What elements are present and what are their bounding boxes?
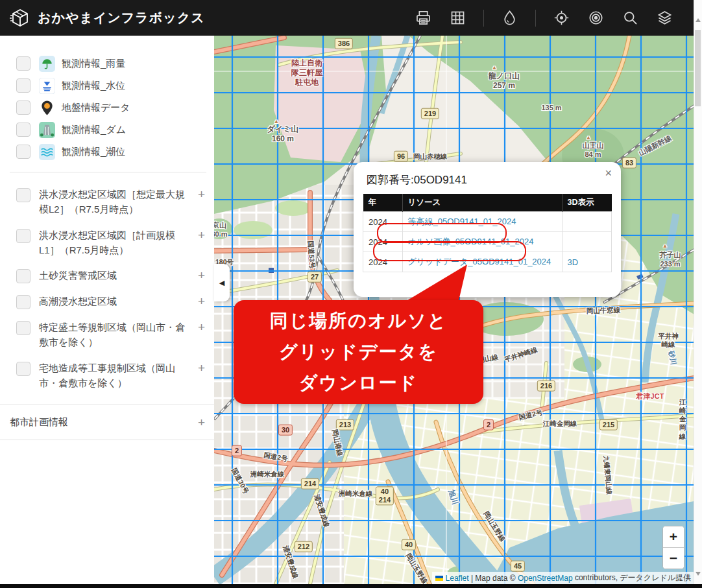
droplet-icon[interactable] xyxy=(501,9,518,27)
layer-checkbox[interactable] xyxy=(16,321,30,335)
toolbar-separator xyxy=(483,10,484,27)
view3d-cell xyxy=(562,212,612,232)
view3d-link[interactable]: 3D xyxy=(568,257,579,267)
search-icon[interactable] xyxy=(622,9,639,27)
section-label: 都市計画情報 xyxy=(10,416,193,429)
layer-row: 観測情報_潮位 xyxy=(16,141,205,163)
section-toshikeikaku[interactable]: 都市計画情報 + xyxy=(0,405,214,440)
app-logo-cube-icon xyxy=(9,7,31,29)
target-icon[interactable] xyxy=(587,9,605,27)
layer-label: 地盤情報データ xyxy=(62,102,130,114)
resource-cell: 等高線_05OD9141_01_2024 xyxy=(402,212,562,232)
layer-label: 観測情報_雨量 xyxy=(62,58,125,70)
scrollbar-up-arrow-icon[interactable] xyxy=(696,18,701,22)
layer-checkbox[interactable] xyxy=(16,78,30,93)
table-row: 2024等高線_05OD9141_01_2024 xyxy=(363,212,612,232)
osm-link[interactable]: OpenStreetMap xyxy=(518,574,573,583)
zoom-control: + − xyxy=(662,526,684,569)
layer-label: 高潮浸水想定区域 xyxy=(39,294,193,309)
hazard-layer-row: 特定盛土等規制区域（岡山市・倉敷市を除く）+ xyxy=(16,314,205,355)
layer-label: 洪水浸水想定区域図［計画規模L1］（R7.5月時点） xyxy=(39,228,193,258)
layer-label: 観測情報_水位 xyxy=(62,80,125,92)
layer-label: 観測情報_潮位 xyxy=(62,146,125,158)
grid-icon[interactable] xyxy=(449,9,466,27)
expand-plus-icon[interactable]: + xyxy=(193,268,205,283)
layer-checkbox[interactable] xyxy=(16,269,30,283)
expand-plus-icon[interactable]: + xyxy=(193,361,205,375)
col-year: 年 xyxy=(363,194,403,212)
layer-label: 観測情報_ダム xyxy=(62,124,126,136)
hazard-layer-row: 高潮浸水想定区域+ xyxy=(16,288,205,314)
dam-icon xyxy=(39,122,55,138)
zoom-in-button[interactable]: + xyxy=(663,526,684,548)
attribution-text: | Map data © xyxy=(469,574,518,583)
zoom-out-button[interactable]: − xyxy=(663,548,684,569)
toolbar-separator xyxy=(535,10,536,27)
layer-checkbox[interactable] xyxy=(16,123,30,137)
col-3d: 3D表示 xyxy=(562,194,612,212)
year-cell: 2024 xyxy=(363,212,403,232)
table-row: 2024オルソ画像_05OD9141_01_2024 xyxy=(363,232,612,252)
ukraine-flag-icon xyxy=(435,576,443,581)
layer-checkbox[interactable] xyxy=(16,188,30,202)
layers-icon[interactable] xyxy=(656,9,673,27)
layer-label: 土砂災害警戒区域 xyxy=(39,268,193,283)
app-header: おかやまインフラボックス xyxy=(0,0,702,36)
hazard-layer-row: 洪水浸水想定区域図［計画規模L1］（R7.5月時点）+ xyxy=(16,222,205,263)
view3d-cell xyxy=(562,232,612,252)
hazard-layer-list: 洪水浸水想定区域図［想定最大規模L2］（R7.5月時点）+洪水浸水想定区域図［計… xyxy=(0,172,214,395)
print-icon[interactable] xyxy=(415,9,432,27)
locate-icon[interactable] xyxy=(553,9,570,27)
hazard-layer-row: 洪水浸水想定区域図［想定最大規模L2］（R7.5月時点）+ xyxy=(16,182,205,222)
table-row: 2024グリッドデータ_05OD9141_01_20243D xyxy=(363,252,612,272)
resource-cell: オルソ画像_05OD9141_01_2024 xyxy=(402,232,562,252)
layer-checkbox[interactable] xyxy=(16,362,30,376)
callout-line: グリッドデータを xyxy=(234,336,483,368)
rain-icon xyxy=(39,56,55,72)
expand-plus-icon[interactable]: + xyxy=(193,416,205,430)
resource-table: 年 リソース 3D表示 2024等高線_05OD9141_01_20242024… xyxy=(363,194,612,272)
scrollbar-thumb[interactable] xyxy=(695,30,701,106)
layer-checkbox[interactable] xyxy=(16,56,30,71)
scrollbar-down-arrow-icon[interactable] xyxy=(696,572,701,576)
resource-download-link[interactable]: オルソ画像_05OD9141_01_2024 xyxy=(408,237,534,246)
layer-checkbox[interactable] xyxy=(16,145,30,159)
attribution-suffix: contributors, データクレドル提供 xyxy=(573,572,691,583)
resource-cell: グリッドデータ_05OD9141_01_2024 xyxy=(402,252,562,272)
popup-title: 図郭番号:05OD9141 xyxy=(354,162,621,194)
layer-label: 特定盛土等規制区域（岡山市・倉敷市を除く） xyxy=(39,320,193,350)
expand-plus-icon[interactable]: + xyxy=(193,187,205,202)
hazard-layer-row: 土砂災害警戒区域+ xyxy=(16,263,205,288)
layer-row: 観測情報_雨量 xyxy=(16,53,205,75)
map-attribution: Leaflet | Map data © OpenStreetMap contr… xyxy=(432,572,694,584)
header-toolbar xyxy=(415,9,673,27)
waterlevel-icon xyxy=(39,78,55,94)
expand-plus-icon[interactable]: + xyxy=(193,320,205,335)
layer-sidebar: 観測情報_雨量観測情報_水位地盤情報データ観測情報_ダム観測情報_潮位 洪水浸水… xyxy=(0,36,214,584)
layer-checkbox[interactable] xyxy=(16,229,30,243)
col-resource: リソース xyxy=(402,194,562,212)
layer-checkbox[interactable] xyxy=(16,100,30,115)
leaflet-link[interactable]: Leaflet xyxy=(446,574,469,583)
expand-plus-icon[interactable]: + xyxy=(193,294,205,309)
layer-row: 地盤情報データ xyxy=(16,97,205,119)
popup-close-icon[interactable]: × xyxy=(605,167,612,179)
resource-download-link[interactable]: 等高線_05OD9141_01_2024 xyxy=(408,217,516,226)
sidebar-collapse-button[interactable]: ◀ xyxy=(214,264,230,301)
expand-plus-icon[interactable]: + xyxy=(193,228,205,242)
observation-layer-list: 観測情報_雨量観測情報_水位地盤情報データ観測情報_ダム観測情報_潮位 xyxy=(0,36,214,163)
hazard-layer-row: 宅地造成等工事規制区域（岡山市・倉敷市を除く）+ xyxy=(16,355,205,396)
annotation-callout: 同じ場所のオルソと グリッドデータを ダウンロード xyxy=(234,300,483,404)
year-cell: 2024 xyxy=(363,252,403,272)
layer-row: 観測情報_水位 xyxy=(16,75,205,97)
map-feature-popup: 図郭番号:05OD9141 × 年 リソース 3D表示 2024等高線_05OD… xyxy=(354,162,621,297)
layer-checkbox[interactable] xyxy=(16,295,30,309)
tide-icon xyxy=(39,144,55,160)
resource-download-link[interactable]: グリッドデータ_05OD9141_01_2024 xyxy=(408,257,551,266)
year-cell: 2024 xyxy=(363,232,403,252)
callout-line: 同じ場所のオルソと xyxy=(234,305,483,336)
layer-row: 観測情報_ダム xyxy=(16,119,205,141)
browser-scrollbar[interactable] xyxy=(694,0,702,584)
chevron-left-icon: ◀ xyxy=(219,279,224,287)
app-window: 38621996832721321421240 2144021621545302… xyxy=(0,0,702,588)
